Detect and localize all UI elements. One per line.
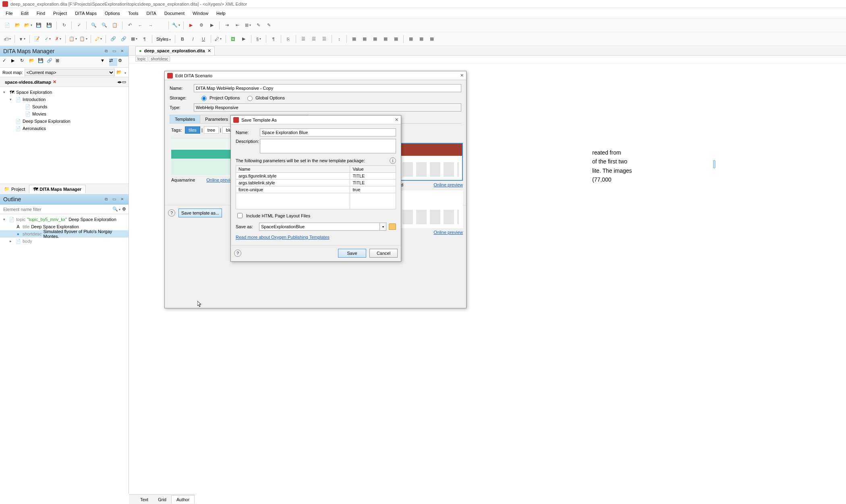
mode-tab-grid[interactable]: Grid	[153, 496, 171, 504]
back-icon[interactable]: ←	[135, 21, 145, 30]
close-tab-icon[interactable]: ✕	[53, 79, 56, 85]
codeblock-icon[interactable]: ⎘	[284, 34, 293, 44]
tree-item[interactable]: 📄Sounds	[0, 103, 129, 110]
browse-folder-icon[interactable]	[389, 223, 396, 230]
indent-icon[interactable]: ⇥	[222, 21, 232, 30]
outline-min-icon[interactable]: ▭	[111, 196, 117, 202]
menu-dita[interactable]: DITA	[143, 9, 160, 17]
profile-icon[interactable]: ▶	[207, 21, 217, 30]
menu-help[interactable]: Help	[213, 9, 229, 17]
save-template-as-button[interactable]: Save template as...	[178, 209, 222, 217]
forward-icon[interactable]: →	[146, 21, 156, 30]
join-icon[interactable]: ▦	[417, 34, 426, 44]
close-editor-tab-icon[interactable]: ✕	[207, 48, 211, 54]
track-changes-icon[interactable]: 📝	[32, 34, 42, 44]
run-icon[interactable]: ▶	[186, 21, 196, 30]
new-icon[interactable]: 📄	[2, 21, 12, 30]
underline-icon[interactable]: U	[199, 34, 208, 44]
tree-item[interactable]: 📄Aeronautics	[0, 125, 129, 132]
outline-settings-icon[interactable]: ⚙	[122, 207, 126, 212]
template-card[interactable]: AquamarineOnline preview	[171, 138, 236, 182]
mode-tab-text[interactable]: Text	[135, 496, 153, 504]
save-help-icon[interactable]: ?	[234, 250, 241, 257]
col-left-icon[interactable]: ▦	[381, 34, 390, 44]
tag-tree[interactable]: tree	[204, 126, 219, 134]
ol-icon[interactable]: ☰	[309, 34, 319, 44]
rootmap-select[interactable]: <Current map>	[25, 69, 115, 76]
open-map-icon[interactable]: 📂	[29, 58, 37, 66]
template-card[interactable]: edOnline preview	[398, 143, 463, 187]
find-replace-icon[interactable]: 🔍	[100, 21, 109, 30]
pilcrow-icon[interactable]: ¶	[269, 34, 278, 44]
rootmap-more-icon[interactable]	[124, 70, 126, 75]
tags-display-icon[interactable]: 🏷	[2, 34, 12, 44]
open-recent-icon[interactable]: 📂	[23, 21, 33, 30]
close-panel-icon[interactable]: ✕	[119, 48, 125, 54]
save-dialog-titlebar[interactable]: Save Template As ✕	[231, 116, 401, 124]
transform-icon[interactable]: 🔧	[171, 21, 181, 30]
col-right-icon[interactable]: ▦	[391, 34, 401, 44]
outline-item[interactable]: ▾📄topic "topic_by5_mnv_kx" Deep Space Ex…	[0, 216, 129, 223]
format-icon[interactable]: ⊞	[243, 21, 253, 30]
italic-icon[interactable]: I	[188, 34, 198, 44]
accept-icon[interactable]: ✓	[43, 34, 52, 44]
restore-icon[interactable]: ⧉	[103, 48, 109, 54]
outline-search-icon[interactable]: 🔍	[112, 207, 120, 212]
breadcrumb-item[interactable]: topic	[135, 56, 148, 62]
split-icon[interactable]: ▦	[427, 34, 437, 44]
minimize-icon[interactable]: ▭	[111, 48, 117, 54]
media-icon[interactable]: ▶	[239, 34, 249, 44]
debug-icon[interactable]: ⚙	[197, 21, 206, 30]
browse-rootmap-icon[interactable]: 📂	[116, 70, 122, 75]
storage-global-radio[interactable]: Global Options	[245, 95, 285, 101]
delete-row-icon[interactable]: ▦	[406, 34, 416, 44]
menu-document[interactable]: Document	[161, 9, 188, 17]
storage-project-radio[interactable]: Project Options	[199, 95, 240, 101]
template-card[interactable]: Online preview	[398, 190, 463, 235]
read-more-link[interactable]: Read more about Oxygen Publishing Templa…	[236, 235, 330, 240]
reject-icon[interactable]: ✗	[53, 34, 63, 44]
dita-maps-tab[interactable]: 🗺 DITA Maps Manager	[29, 185, 86, 193]
tree-item[interactable]: ▾🗺Space Exploration	[0, 89, 129, 96]
link-editor-icon[interactable]: ⇄	[109, 58, 117, 66]
scenario-name-input[interactable]	[194, 84, 461, 92]
tag-tiles[interactable]: tiles	[185, 126, 200, 134]
menu-project[interactable]: Project	[50, 9, 70, 17]
link-icon[interactable]: 🔗	[108, 34, 118, 44]
outline-item[interactable]: ●shortdesc Simulated flyover of Pluto's …	[0, 230, 129, 238]
find-files-icon[interactable]: 📋	[110, 21, 120, 30]
project-tab[interactable]: 📁 Project	[0, 185, 29, 193]
crossref-icon[interactable]: 🔗	[119, 34, 129, 44]
undo-icon[interactable]: ↶	[125, 21, 135, 30]
filter-map-icon[interactable]: ▼	[100, 58, 108, 66]
row-above-icon[interactable]: ▦	[360, 34, 369, 44]
tree-item[interactable]: ▾📄Introduction	[0, 96, 129, 103]
copy-icon[interactable]: 📋	[68, 34, 78, 44]
refresh-icon[interactable]: ↻	[59, 21, 69, 30]
menu-edit[interactable]: Edit	[18, 9, 32, 17]
template-name-input[interactable]	[260, 128, 396, 136]
scroll-thumb[interactable]	[713, 160, 715, 168]
section-icon[interactable]: §	[254, 34, 263, 44]
styles-dropdown[interactable]: Styles	[155, 37, 172, 41]
breadcrumb-item[interactable]: shortdesc	[149, 56, 170, 62]
props-icon[interactable]: ⊞	[56, 58, 64, 66]
menu-tools[interactable]: Tools	[125, 9, 142, 17]
link-map-icon[interactable]: 🔗	[47, 58, 55, 66]
menu-find[interactable]: Find	[33, 9, 48, 17]
para-icon[interactable]: ¶	[140, 34, 149, 44]
search-icon[interactable]: 🔍	[89, 21, 99, 30]
outline-close-icon[interactable]: ✕	[119, 196, 125, 202]
comment-icon[interactable]: ✎	[253, 21, 263, 30]
save-icon[interactable]: 💾	[34, 21, 44, 30]
save-dialog-close-icon[interactable]: ✕	[395, 117, 398, 122]
paste-icon[interactable]: 📋	[79, 34, 88, 44]
refresh-map-icon[interactable]: ↻	[20, 58, 28, 66]
scenario-tab-templates[interactable]: Templates	[170, 115, 200, 123]
edit-dialog-titlebar[interactable]: Edit DITA Scenario ✕	[165, 71, 466, 80]
outline-filter-input[interactable]	[2, 206, 111, 213]
bold-icon[interactable]: B	[178, 34, 187, 44]
filter-icon[interactable]: ▼	[17, 34, 27, 44]
menu-options[interactable]: Options	[102, 9, 123, 17]
save-all-icon[interactable]: 💾	[44, 21, 54, 30]
